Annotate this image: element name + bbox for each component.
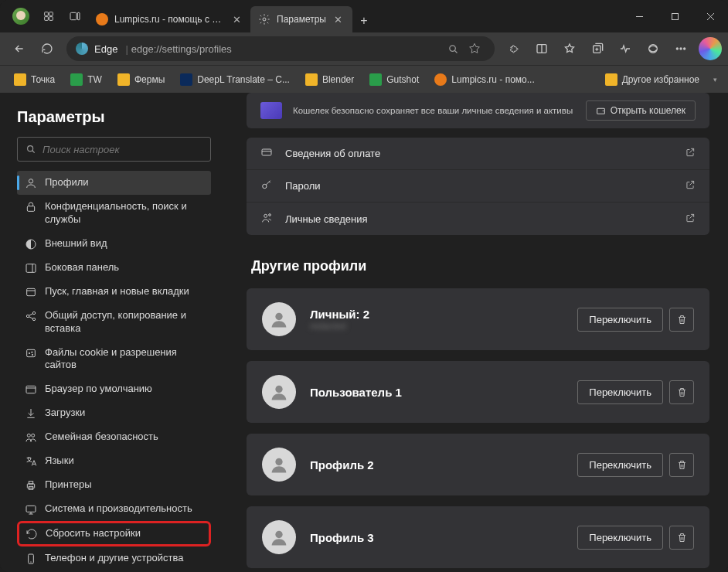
delete-button[interactable] bbox=[669, 453, 694, 477]
lock-icon bbox=[25, 201, 37, 213]
switch-button[interactable]: Переключить bbox=[577, 453, 663, 477]
sidebar-item-system[interactable]: Система и производительность bbox=[17, 497, 211, 521]
bookmark-item[interactable]: Gutshot bbox=[363, 70, 425, 89]
sidebar-item-start[interactable]: Пуск, главная и новые вкладки bbox=[17, 280, 211, 304]
close-icon[interactable]: ✕ bbox=[332, 13, 345, 26]
key-icon bbox=[260, 179, 274, 193]
gear-icon bbox=[258, 13, 270, 26]
wallet-icon bbox=[260, 102, 282, 119]
close-icon[interactable]: ✕ bbox=[230, 13, 243, 26]
window-close-button[interactable] bbox=[692, 0, 728, 32]
bookmark-item[interactable]: DeepL Translate – C... bbox=[174, 70, 296, 89]
bookmark-item[interactable]: Lumpics.ru - помо... bbox=[428, 70, 540, 89]
refresh-button[interactable] bbox=[34, 36, 60, 62]
sidebar-item-label: Семейная безопасность bbox=[45, 431, 158, 444]
sidebar-item-label: Телефон и другие устройства bbox=[45, 552, 183, 565]
avatar bbox=[262, 520, 296, 554]
maximize-button[interactable] bbox=[657, 0, 692, 32]
svg-rect-0 bbox=[45, 12, 49, 16]
settings-search[interactable] bbox=[17, 137, 211, 162]
svg-rect-44 bbox=[27, 484, 34, 488]
bookmark-item[interactable]: TW bbox=[64, 70, 108, 89]
bookmark-item[interactable]: Точка bbox=[8, 70, 61, 89]
bookmark-label: TW bbox=[87, 74, 102, 85]
svg-rect-47 bbox=[26, 506, 36, 512]
sidebar-item-privacy[interactable]: Конфиденциальность, поиск и службы bbox=[17, 195, 211, 232]
bookmark-item[interactable]: Blender bbox=[299, 70, 360, 89]
new-tab-button[interactable]: + bbox=[352, 9, 376, 32]
tab-settings[interactable]: Параметры ✕ bbox=[250, 6, 352, 32]
bookmark-label: Gutshot bbox=[386, 74, 419, 85]
switch-button[interactable]: Переключить bbox=[577, 308, 663, 332]
bookmarks-chevron[interactable]: ▾ bbox=[709, 73, 720, 87]
profile-card: Личный: 2redacted Переключить bbox=[247, 288, 709, 350]
other-bookmarks[interactable]: Другое избранное bbox=[599, 70, 706, 89]
row-label: Сведения об оплате bbox=[285, 148, 380, 159]
more-icon[interactable] bbox=[668, 36, 694, 62]
delete-button[interactable] bbox=[669, 526, 694, 550]
favicon-lumpics bbox=[96, 13, 108, 26]
avatar bbox=[262, 448, 296, 482]
bookmarks-bar: Точка TW Фермы DeepL Translate – C... Bl… bbox=[0, 65, 728, 93]
sidebar-item-cookies[interactable]: Файлы cookie и разрешения сайтов bbox=[17, 341, 211, 378]
switch-button[interactable]: Переключить bbox=[577, 526, 663, 550]
card-icon bbox=[260, 146, 274, 161]
row-passwords[interactable]: Пароли bbox=[247, 170, 709, 203]
sidebar-item-downloads[interactable]: Загрузки bbox=[17, 401, 211, 425]
sidebar-item-reset[interactable]: Сбросить настройки bbox=[17, 521, 211, 546]
split-icon[interactable] bbox=[529, 36, 555, 62]
collections-icon[interactable] bbox=[584, 36, 611, 62]
profile-email: redacted bbox=[310, 321, 369, 332]
search-input[interactable] bbox=[43, 144, 202, 155]
delete-button[interactable] bbox=[669, 308, 694, 332]
panel-icon bbox=[25, 262, 37, 274]
sidebar-item-family[interactable]: Семейная безопасность bbox=[17, 425, 211, 449]
sidebar-item-languages[interactable]: Языки bbox=[17, 449, 211, 473]
back-button[interactable] bbox=[6, 36, 32, 62]
favorite-icon[interactable] bbox=[464, 38, 485, 60]
favorites-icon[interactable] bbox=[556, 36, 583, 62]
open-wallet-button[interactable]: Открыть кошелек bbox=[586, 100, 696, 121]
minimize-button[interactable] bbox=[621, 0, 657, 32]
copilot-icon[interactable] bbox=[699, 37, 722, 60]
sidebar-item-printers[interactable]: Принтеры bbox=[17, 473, 211, 497]
external-icon bbox=[685, 179, 696, 192]
addr-url: edge://settings/profiles bbox=[131, 43, 442, 55]
home-icon bbox=[25, 286, 37, 298]
sidebar-item-sidebar[interactable]: Боковая панель bbox=[17, 256, 211, 280]
external-icon bbox=[685, 213, 696, 226]
svg-line-34 bbox=[29, 313, 32, 315]
svg-point-6 bbox=[263, 18, 266, 21]
sidebar-item-phone[interactable]: Телефон и другие устройства bbox=[17, 546, 211, 570]
address-bar[interactable]: Edge | edge://settings/profiles bbox=[66, 36, 495, 61]
addr-prefix: Edge bbox=[94, 43, 117, 55]
row-personal[interactable]: Личные сведения bbox=[247, 203, 709, 235]
bookmark-label: Точка bbox=[31, 74, 55, 85]
download-icon bbox=[25, 407, 37, 420]
sidebar-item-label: Браузер по умолчанию bbox=[45, 383, 152, 396]
ie-mode-icon[interactable] bbox=[640, 36, 666, 62]
profile-avatar[interactable] bbox=[12, 8, 29, 25]
workspaces-icon[interactable] bbox=[36, 3, 62, 29]
switch-button[interactable]: Переключить bbox=[577, 380, 663, 404]
sidebar-item-default[interactable]: Браузер по умолчанию bbox=[17, 377, 211, 401]
svg-rect-4 bbox=[70, 12, 77, 19]
tab-label: Lumpics.ru - помощь с компьюте bbox=[114, 14, 224, 25]
extensions-icon[interactable] bbox=[501, 36, 527, 62]
sidebar-item-profiles[interactable]: Профили bbox=[17, 171, 211, 195]
delete-button[interactable] bbox=[669, 380, 694, 404]
row-payment[interactable]: Сведения об оплате bbox=[247, 138, 709, 170]
health-icon[interactable] bbox=[612, 36, 638, 62]
bookmark-item[interactable]: Фермы bbox=[111, 70, 171, 89]
tab-actions-icon[interactable] bbox=[62, 3, 88, 29]
tab-lumpics[interactable]: Lumpics.ru - помощь с компьюте ✕ bbox=[88, 6, 250, 32]
svg-point-20 bbox=[680, 48, 682, 49]
settings-sidebar: Параметры Профили Конфиденциальность, по… bbox=[0, 93, 228, 572]
sidebar-item-appearance[interactable]: Внешний вид bbox=[17, 232, 211, 256]
svg-rect-29 bbox=[27, 288, 36, 295]
sidebar-item-label: Общий доступ, копирование и вставка bbox=[45, 309, 203, 335]
svg-rect-25 bbox=[27, 206, 34, 212]
search-icon[interactable] bbox=[442, 38, 464, 60]
svg-point-42 bbox=[27, 434, 30, 438]
sidebar-item-share[interactable]: Общий доступ, копирование и вставка bbox=[17, 304, 211, 341]
